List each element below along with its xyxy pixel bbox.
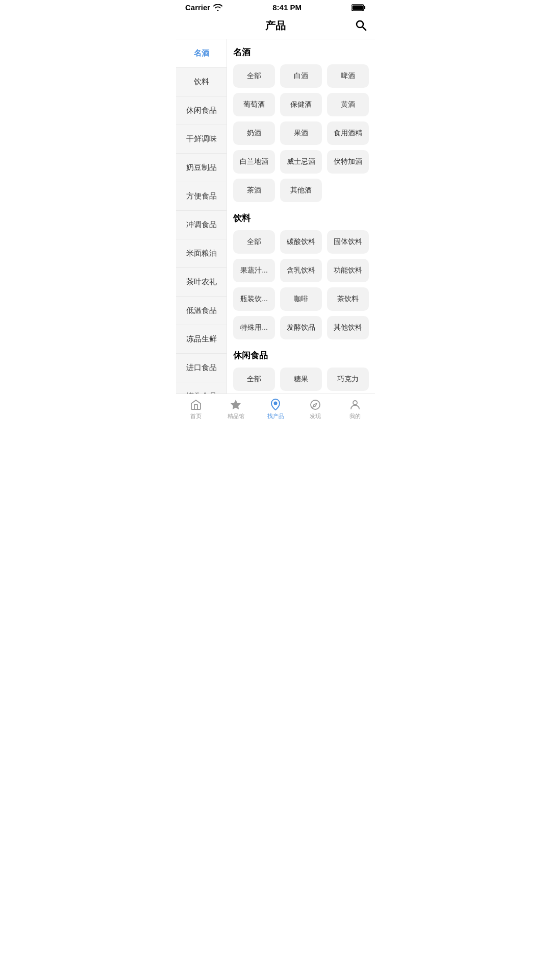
tag-button[interactable]: 奶酒 <box>233 121 275 145</box>
category-section: 饮料全部碳酸饮料固体饮料果蔬汁...含乳饮料功能饮料瓶装饮...咖啡茶饮料特殊用… <box>233 212 369 339</box>
category-section: 名酒全部白酒啤酒葡萄酒保健酒黄酒奶酒果酒食用酒精白兰地酒威士忌酒伏特加酒茶酒其他… <box>233 46 369 202</box>
search-icon <box>355 19 367 31</box>
sidebar-item-dongPin[interactable]: 冻品生鲜 <box>176 325 227 354</box>
header: 产品 <box>176 14 375 39</box>
svg-point-8 <box>353 401 357 405</box>
tab-bar: 首页精品馆找产品发现我的 <box>176 394 375 424</box>
sidebar-item-jinKou[interactable]: 进口食品 <box>176 354 227 382</box>
tag-button[interactable]: 白兰地酒 <box>233 150 275 174</box>
premium-icon <box>230 399 242 411</box>
tag-button[interactable]: 啤酒 <box>327 64 369 88</box>
svg-point-6 <box>274 402 277 404</box>
tab-item-discover[interactable]: 发现 <box>295 394 335 424</box>
status-left: Carrier <box>185 3 222 12</box>
home-icon <box>190 399 202 411</box>
tab-label: 首页 <box>190 412 202 420</box>
main-layout: 名酒饮料休闲食品干鲜调味奶豆制品方便食品冲调食品米面粮油茶叶农礼低温食品冻品生鲜… <box>176 39 375 394</box>
sidebar: 名酒饮料休闲食品干鲜调味奶豆制品方便食品冲调食品米面粮油茶叶农礼低温食品冻品生鲜… <box>176 39 227 394</box>
tag-button[interactable]: 全部 <box>233 64 275 88</box>
sidebar-item-diWen[interactable]: 低温食品 <box>176 297 227 325</box>
category-title: 名酒 <box>233 46 369 58</box>
tag-button[interactable]: 咖啡 <box>280 287 322 311</box>
tag-button[interactable]: 白酒 <box>280 64 322 88</box>
tag-button[interactable]: 伏特加酒 <box>327 150 369 174</box>
tag-button[interactable]: 其他饮料 <box>327 316 369 339</box>
tag-button[interactable]: 全部 <box>233 368 275 391</box>
carrier-text: Carrier <box>185 3 210 12</box>
tag-button[interactable]: 发酵饮品 <box>280 316 322 339</box>
category-title: 休闲食品 <box>233 350 369 361</box>
tag-button[interactable]: 特殊用... <box>233 316 275 339</box>
sidebar-item-miMian[interactable]: 米面粮油 <box>176 239 227 268</box>
tag-grid: 全部碳酸饮料固体饮料果蔬汁...含乳饮料功能饮料瓶装饮...咖啡茶饮料特殊用..… <box>233 230 369 339</box>
discover-icon <box>309 399 321 411</box>
tag-button[interactable]: 碳酸饮料 <box>280 230 322 254</box>
tab-label: 发现 <box>310 412 321 420</box>
svg-marker-5 <box>231 400 241 409</box>
sidebar-item-xiuXian[interactable]: 休闲食品 <box>176 96 227 125</box>
status-right <box>352 4 366 11</box>
tag-button[interactable]: 威士忌酒 <box>280 150 322 174</box>
tab-item-home[interactable]: 首页 <box>176 394 216 424</box>
tab-label: 我的 <box>349 412 361 420</box>
tab-item-product[interactable]: 找产品 <box>256 394 295 424</box>
tag-button[interactable]: 果蔬汁... <box>233 259 275 282</box>
sidebar-item-naiDou[interactable]: 奶豆制品 <box>176 154 227 182</box>
tab-label: 精品馆 <box>228 412 244 420</box>
wifi-icon <box>213 4 222 11</box>
sidebar-item-fangBian[interactable]: 方便食品 <box>176 182 227 211</box>
sidebar-item-yinLiao[interactable]: 饮料 <box>176 68 227 96</box>
svg-rect-2 <box>353 5 363 10</box>
tag-button[interactable]: 功能饮料 <box>327 259 369 282</box>
sidebar-item-guanTou[interactable]: 罐头食品 <box>176 382 227 394</box>
tag-button[interactable]: 固体饮料 <box>327 230 369 254</box>
tag-button[interactable]: 其他酒 <box>280 179 322 202</box>
tab-label: 找产品 <box>267 412 284 420</box>
tab-item-premium[interactable]: 精品馆 <box>216 394 256 424</box>
tag-button[interactable]: 食用酒精 <box>327 121 369 145</box>
tag-button[interactable]: 茶酒 <box>233 179 275 202</box>
tag-button[interactable]: 糖果 <box>280 368 322 391</box>
svg-line-4 <box>363 27 366 30</box>
svg-point-7 <box>311 400 320 409</box>
sidebar-item-mingJiu[interactable]: 名酒 <box>176 39 227 68</box>
sidebar-item-ganXian[interactable]: 干鲜调味 <box>176 125 227 154</box>
product-icon <box>269 399 282 411</box>
svg-rect-1 <box>364 6 366 9</box>
battery-icon <box>352 4 366 11</box>
status-time: 8:41 PM <box>272 3 302 12</box>
tab-item-mine[interactable]: 我的 <box>335 394 375 424</box>
tag-button[interactable]: 全部 <box>233 230 275 254</box>
tag-button[interactable]: 黄酒 <box>327 93 369 116</box>
content-area: 名酒全部白酒啤酒葡萄酒保健酒黄酒奶酒果酒食用酒精白兰地酒威士忌酒伏特加酒茶酒其他… <box>227 39 375 394</box>
tag-button[interactable]: 果酒 <box>280 121 322 145</box>
tag-button[interactable]: 瓶装饮... <box>233 287 275 311</box>
tag-button[interactable]: 含乳饮料 <box>280 259 322 282</box>
category-title: 饮料 <box>233 212 369 224</box>
tag-button[interactable]: 葡萄酒 <box>233 93 275 116</box>
page-title: 产品 <box>265 19 286 33</box>
tag-button[interactable]: 巧克力 <box>327 368 369 391</box>
sidebar-item-chongDiao[interactable]: 冲调食品 <box>176 211 227 239</box>
tag-grid: 全部糖果巧克力 <box>233 368 369 391</box>
sidebar-item-chaYe[interactable]: 茶叶农礼 <box>176 268 227 297</box>
mine-icon <box>349 399 361 411</box>
status-bar: Carrier 8:41 PM <box>176 0 375 14</box>
tag-grid: 全部白酒啤酒葡萄酒保健酒黄酒奶酒果酒食用酒精白兰地酒威士忌酒伏特加酒茶酒其他酒 <box>233 64 369 202</box>
category-section: 休闲食品全部糖果巧克力 <box>233 350 369 391</box>
tag-button[interactable]: 茶饮料 <box>327 287 369 311</box>
search-button[interactable] <box>355 19 367 34</box>
tag-button[interactable]: 保健酒 <box>280 93 322 116</box>
